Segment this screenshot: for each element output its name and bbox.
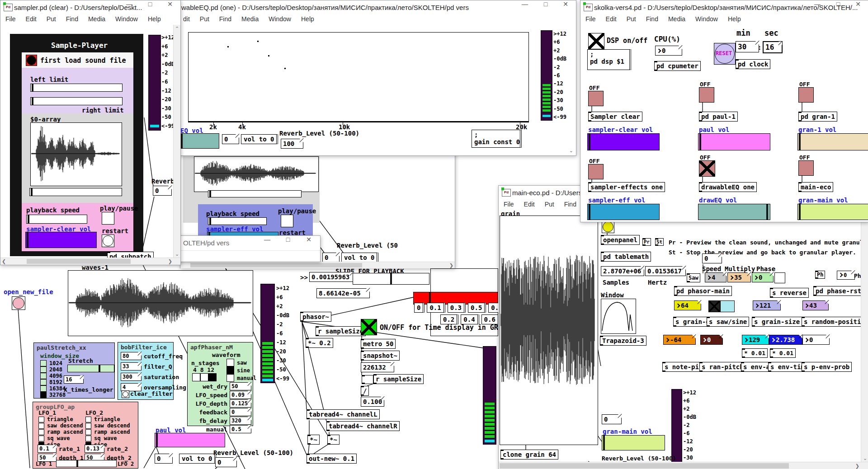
dsp-toggle[interactable] bbox=[588, 33, 604, 49]
menu-item-media[interactable]: Media bbox=[663, 14, 690, 23]
radio-cell-1024[interactable] bbox=[40, 360, 47, 366]
radio-cell-sq-wave[interactable] bbox=[38, 436, 44, 441]
saw-button[interactable]: Saw bbox=[687, 273, 700, 282]
position-msg[interactable]: 0.1 bbox=[427, 303, 445, 313]
array-position-slider[interactable] bbox=[29, 188, 122, 196]
array-waveform-graph[interactable] bbox=[30, 122, 122, 186]
radio-cell-triangle[interactable] bbox=[38, 417, 44, 422]
load-file-bang[interactable] bbox=[26, 55, 37, 66]
menu-item-file[interactable]: File bbox=[499, 199, 519, 208]
radio-cell-2048[interactable] bbox=[40, 366, 47, 373]
menu-item-media[interactable]: Media bbox=[236, 14, 264, 23]
note-pitch-numbox[interactable]: -64 bbox=[663, 335, 696, 345]
menu-item-file[interactable]: File bbox=[580, 14, 601, 23]
stretch-slider[interactable] bbox=[67, 365, 114, 372]
radio-cell-sine[interactable] bbox=[226, 366, 234, 374]
hertz-numbox[interactable]: 0.0153617 bbox=[645, 266, 686, 276]
menu-item-window[interactable]: Window bbox=[690, 14, 723, 23]
sampler-eff-hscrollbar[interactable]: ❯ bbox=[180, 262, 455, 268]
scroll-down-arrow[interactable]: ⌄ bbox=[569, 148, 573, 154]
menu-item-file[interactable]: File bbox=[0, 14, 21, 23]
drawableeq-object[interactable]: drawableEQ one bbox=[699, 182, 757, 192]
stop-preview-button[interactable]: St bbox=[655, 238, 664, 246]
drawableeq-titlebar[interactable]: wableEQ.pd (one) - D:/Users/teplo/Deskto… bbox=[175, 0, 576, 14]
window-size-radio[interactable]: 10242048409681921638432768 bbox=[40, 360, 66, 398]
skolka-titlebar[interactable]: Pd skolka-vers4.pd - D:/Users/teplo/Desk… bbox=[580, 0, 868, 14]
restart-bang[interactable] bbox=[102, 234, 114, 247]
playback-slider[interactable] bbox=[353, 273, 429, 285]
position-msg[interactable]: 0.4 bbox=[461, 314, 479, 324]
openpanel-object[interactable]: openpanel bbox=[601, 235, 640, 245]
menu-item-put[interactable]: Put bbox=[622, 14, 641, 23]
sampler-clear-vol-slider[interactable] bbox=[587, 133, 660, 150]
minutes-numbox[interactable]: 30 bbox=[736, 41, 759, 52]
sampler-clear-toggle[interactable] bbox=[588, 91, 604, 106]
paul-vol-slider[interactable] bbox=[698, 133, 770, 150]
ran-pitch-numbox[interactable]: 0 bbox=[700, 335, 723, 345]
phasor-main-object[interactable]: pd phasor-main bbox=[674, 286, 732, 296]
seconds-numbox[interactable]: 16 bbox=[763, 41, 783, 53]
tabread-right-object[interactable]: tabread4~ channelR bbox=[326, 421, 400, 431]
clear-filter-bang[interactable] bbox=[122, 390, 129, 398]
trigger-object[interactable] bbox=[362, 375, 373, 384]
multiply-left-object[interactable]: *~ bbox=[307, 435, 320, 445]
menu-item-help[interactable]: Help bbox=[723, 14, 746, 23]
clone-grain-object[interactable]: clone grain 64 bbox=[500, 450, 558, 460]
cpu-numbox[interactable]: 0 bbox=[655, 46, 682, 56]
param-numbox-LFO_speed[interactable]: 0.09 bbox=[230, 391, 251, 399]
gran-toggle[interactable] bbox=[798, 87, 814, 103]
menu-item-edit[interactable]: Edit bbox=[21, 14, 42, 23]
vol-to-zero-msg[interactable]: vol to 0 bbox=[341, 253, 378, 263]
radio-cell-4096[interactable] bbox=[40, 373, 47, 379]
speed-top-numbox[interactable]: 0 bbox=[702, 253, 722, 263]
maineco-object[interactable]: main-eco bbox=[798, 182, 833, 192]
multiply-right-object[interactable]: *~ bbox=[327, 435, 340, 445]
radio-cell-8192[interactable] bbox=[40, 379, 47, 385]
lfo-mix-slider[interactable] bbox=[56, 460, 117, 467]
subpatch-object[interactable]: pd subpatch bbox=[107, 252, 154, 258]
sampler-vscrollbar[interactable]: ⌃ ⌄ bbox=[173, 25, 180, 258]
close-button[interactable]: ✕ bbox=[160, 0, 179, 14]
maximize-button[interactable]: □ bbox=[536, 0, 555, 14]
param-numbox-wet_dry[interactable]: 50 bbox=[230, 382, 251, 390]
time-ratio-numbox[interactable]: 0.100 bbox=[361, 397, 384, 407]
menu-item-help[interactable]: Help bbox=[296, 14, 319, 23]
vol-to-zero-msg[interactable]: vol to 0 bbox=[241, 134, 278, 144]
playback-increment-numbox[interactable]: 8.66142e-05 bbox=[316, 288, 370, 298]
position-msg[interactable]: 0.5 bbox=[468, 303, 486, 313]
param-numbox-saturation[interactable]: 300 bbox=[121, 373, 142, 381]
radio-cell-ramp-ascend[interactable] bbox=[38, 429, 44, 435]
drawableeq-toggle[interactable] bbox=[699, 160, 715, 177]
lfo2-wave-radio[interactable]: trianglesaw descendramp ascendsq wavesin… bbox=[85, 416, 130, 448]
close-button[interactable]: ✕ bbox=[849, 0, 868, 14]
paul-vol-slider[interactable] bbox=[155, 433, 225, 447]
param-numbox-rate_2[interactable]: 0.13 bbox=[85, 445, 104, 453]
param-numbox-manual[interactable]: 0.5 bbox=[230, 425, 251, 433]
menu-item-find[interactable]: Find bbox=[61, 14, 83, 23]
right-limit-slider[interactable] bbox=[30, 97, 123, 105]
param-numbox-cutoff_freq[interactable]: 80 bbox=[121, 352, 142, 360]
radio-cell[interactable] bbox=[200, 373, 208, 381]
preview-button[interactable]: Pr bbox=[642, 238, 651, 246]
minimize-button[interactable]: — bbox=[258, 236, 277, 249]
menu-item-edit[interactable]: Edit bbox=[601, 14, 622, 23]
phase-toggle[interactable] bbox=[774, 272, 785, 283]
maximize-button[interactable]: □ bbox=[278, 236, 297, 249]
cpumeter-object[interactable]: pd cpumeter bbox=[654, 61, 701, 71]
minimize-button[interactable]: — bbox=[515, 0, 534, 14]
time-display-toggle[interactable] bbox=[361, 319, 377, 335]
multiply-001-object[interactable]: * 0.01 bbox=[742, 348, 768, 358]
radio-cell-saw-descend[interactable] bbox=[85, 423, 91, 429]
playback-speed-slider[interactable] bbox=[208, 217, 267, 225]
send-saw-sine-object[interactable]: s saw/sine bbox=[707, 317, 749, 327]
receive-samplesize2-object[interactable]: r sampleSize bbox=[373, 374, 424, 384]
gran-vol-slider[interactable] bbox=[797, 133, 868, 150]
menu-item-window[interactable]: Window bbox=[264, 14, 296, 23]
position-msg[interactable]: 0.3 bbox=[448, 303, 466, 313]
menu-item-put[interactable]: Put bbox=[195, 14, 214, 23]
menu-item-find[interactable]: Find bbox=[559, 199, 581, 208]
maineco-toggle[interactable] bbox=[798, 160, 814, 176]
position-msg[interactable]: 0.6 bbox=[481, 314, 500, 324]
menu-item-help[interactable]: Help bbox=[143, 14, 166, 23]
gain-const-msg[interactable]: ; gain const 0 bbox=[472, 130, 522, 148]
